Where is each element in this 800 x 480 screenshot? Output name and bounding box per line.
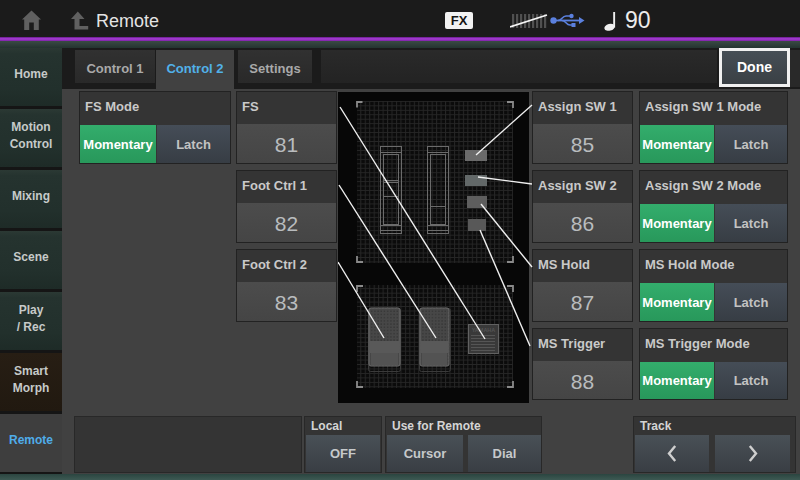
svg-text:YAMAHA: YAMAHA [472, 327, 496, 333]
